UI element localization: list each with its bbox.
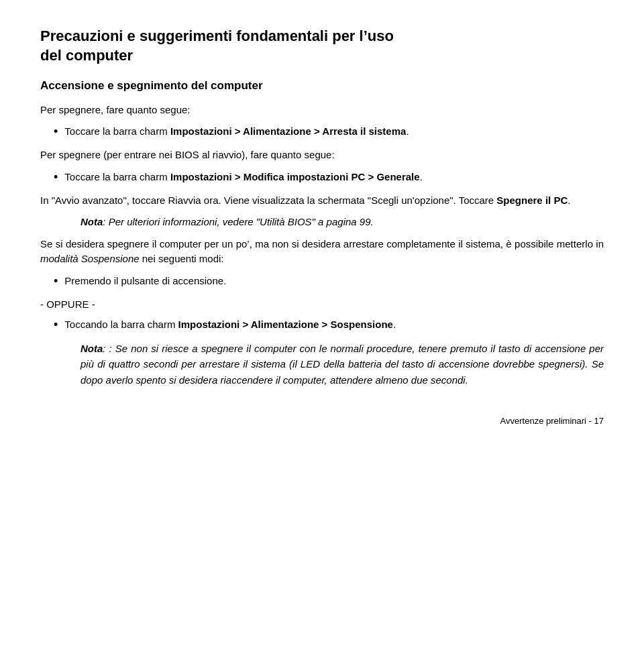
bullet-text-2: Toccare la barra charm Impostazioni > Mo… [64, 170, 604, 185]
bullet-item-4: • Toccando la barra charm Impostazioni >… [54, 317, 604, 334]
bullet-icon-1: • [54, 123, 58, 141]
bullet-text-1: Toccare la barra charm Impostazioni > Al… [64, 124, 604, 140]
page-title: Precauzioni e suggerimenti fondamentali … [40, 27, 604, 65]
bullet-icon-3: • [54, 272, 58, 290]
oppure-text: - OPPURE - [40, 297, 604, 313]
note-2: Nota: : Se non si riesce a spegnere il c… [80, 341, 604, 388]
para-2: In "Avvio avanzato", toccare Riavvia ora… [40, 193, 604, 209]
bullet-icon-4: • [54, 316, 58, 334]
footer-text: Avvertenze preliminari - 17 [500, 415, 604, 428]
intro-text: Per spegnere, fare quanto segue: [40, 103, 604, 118]
para-3: Se si desidera spegnere il computer per … [40, 237, 604, 267]
bullet-item-2: • Toccare la barra charm Impostazioni > … [54, 170, 604, 186]
bullet-icon-2: • [54, 168, 58, 186]
bullet-item-3: • Premendo il pulsante di accensione. [54, 274, 604, 290]
footer: Avvertenze preliminari - 17 [40, 415, 604, 428]
note-1: Nota: Per ulteriori informazioni, vedere… [80, 215, 604, 230]
section-heading: Accensione e spegnimento del computer [40, 77, 604, 95]
bullet-item-1: • Toccare la barra charm Impostazioni > … [54, 124, 604, 141]
bullet-text-3: Premendo il pulsante di accensione. [64, 274, 604, 289]
para-1: Per spegnere (per entrare nei BIOS al ri… [40, 148, 604, 163]
page-container: Precauzioni e suggerimenti fondamentali … [40, 27, 604, 427]
bullet-text-4: Toccando la barra charm Impostazioni > A… [64, 317, 604, 333]
